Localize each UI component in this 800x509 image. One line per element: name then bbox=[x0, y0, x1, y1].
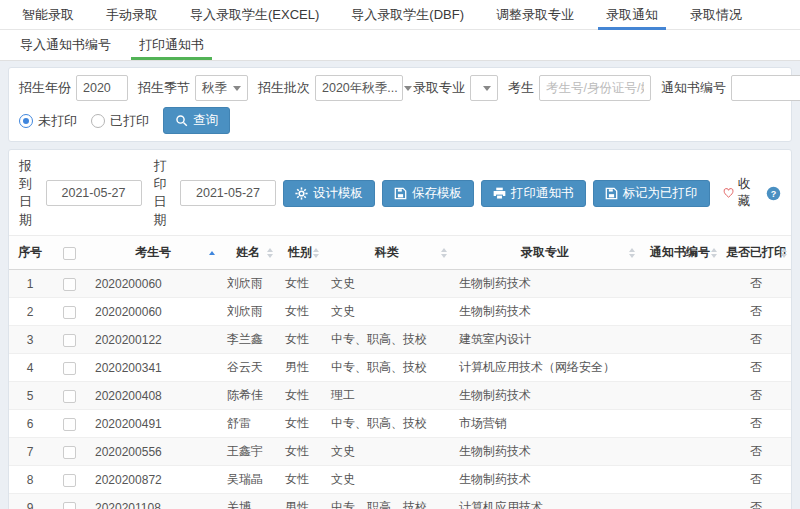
tab-smart-admission[interactable]: 智能录取 bbox=[6, 0, 90, 29]
season-select[interactable]: 秋季 bbox=[195, 75, 248, 101]
tab-import-excel[interactable]: 导入录取学生(EXCEL) bbox=[174, 0, 335, 29]
gear-icon bbox=[295, 187, 308, 200]
row-index: 2 bbox=[27, 305, 34, 319]
table-row: 9 2020201108 关博 男性 中专、职高、技校 计算机应用技术 否 bbox=[9, 494, 791, 509]
row-checkbox[interactable] bbox=[63, 418, 76, 431]
printed-flag: 否 bbox=[750, 304, 762, 318]
report-date-input[interactable] bbox=[46, 180, 142, 206]
year-input[interactable] bbox=[76, 75, 128, 101]
candidate-category: 文史 bbox=[331, 444, 355, 458]
select-all-checkbox[interactable] bbox=[63, 247, 76, 260]
candidate-name: 吴瑞晶 bbox=[227, 472, 263, 486]
row-checkbox[interactable] bbox=[63, 334, 76, 347]
tab-admission-status[interactable]: 录取情况 bbox=[674, 0, 758, 29]
notice-number-label: 通知书编号 bbox=[661, 79, 726, 97]
candidate-gender: 女性 bbox=[285, 416, 309, 430]
candidate-id: 2020200122 bbox=[95, 333, 162, 347]
row-checkbox[interactable] bbox=[63, 362, 76, 375]
tab-import-dbf[interactable]: 导入录取学生(DBF) bbox=[335, 0, 480, 29]
print-date-input[interactable] bbox=[180, 180, 276, 206]
printed-flag: 否 bbox=[750, 360, 762, 374]
tab-adjust-major[interactable]: 调整录取专业 bbox=[480, 0, 590, 29]
search-button[interactable]: 查询 bbox=[163, 107, 230, 134]
candidate-name: 李兰鑫 bbox=[227, 332, 263, 346]
row-index: 4 bbox=[27, 361, 34, 375]
row-checkbox[interactable] bbox=[63, 474, 76, 487]
tab-manual-admission[interactable]: 手动录取 bbox=[90, 0, 174, 29]
candidate-gender: 女性 bbox=[285, 388, 309, 402]
save-template-button[interactable]: 保存模板 bbox=[382, 180, 474, 207]
candidate-input[interactable] bbox=[539, 75, 651, 101]
row-checkbox[interactable] bbox=[63, 306, 76, 319]
table-body: 1 2020200060 刘欣雨 女性 文史 生物制药技术 否 2 202020… bbox=[9, 270, 791, 509]
candidate-id: 2020200408 bbox=[95, 389, 162, 403]
candidate-id: 2020201108 bbox=[95, 501, 161, 509]
row-index: 1 bbox=[27, 277, 34, 291]
row-checkbox[interactable] bbox=[63, 390, 76, 403]
candidate-gender: 女性 bbox=[285, 276, 309, 290]
print-toolbar: 报到日期 打印日期 设计模板 保存模板 打印通知书 标记为已打印 收藏 ? bbox=[9, 150, 791, 235]
header-category[interactable]: 科类 bbox=[323, 236, 451, 270]
header-printed[interactable]: 是否已打印 bbox=[721, 236, 791, 270]
radio-unprinted[interactable]: 未打印 bbox=[19, 112, 77, 130]
subtab-import-notice-number[interactable]: 导入通知书编号 bbox=[6, 30, 125, 60]
floppy-icon bbox=[394, 187, 407, 200]
svg-text:?: ? bbox=[771, 188, 777, 198]
design-template-button[interactable]: 设计模板 bbox=[283, 180, 375, 207]
admitted-major: 建筑室内设计 bbox=[459, 332, 531, 346]
sort-icon bbox=[629, 248, 635, 258]
candidate-name: 陈希佳 bbox=[227, 388, 263, 402]
admitted-major: 生物制药技术 bbox=[459, 472, 531, 486]
row-checkbox[interactable] bbox=[63, 446, 76, 459]
candidate-category: 文史 bbox=[331, 472, 355, 486]
sort-icon bbox=[441, 248, 447, 258]
header-name[interactable]: 姓名 bbox=[219, 236, 277, 270]
table-row: 7 2020200556 王鑫宇 女性 文史 生物制药技术 否 bbox=[9, 438, 791, 466]
candidate-id: 2020200872 bbox=[95, 473, 162, 487]
main-tab-bar: 智能录取 手动录取 导入录取学生(EXCEL) 导入录取学生(DBF) 调整录取… bbox=[0, 0, 800, 30]
row-index: 7 bbox=[27, 445, 34, 459]
candidate-gender: 女性 bbox=[285, 444, 309, 458]
radio-dot-icon bbox=[19, 114, 33, 128]
favorite-button[interactable]: 收藏 bbox=[723, 176, 756, 210]
candidate-category: 理工 bbox=[331, 388, 355, 402]
major-label: 录取专业 bbox=[413, 79, 465, 97]
header-index: 序号 bbox=[9, 236, 51, 270]
batch-label: 招生批次 bbox=[258, 79, 310, 97]
candidate-name: 舒雷 bbox=[227, 416, 251, 430]
candidate-category: 中专、职高、技校 bbox=[331, 416, 427, 430]
sort-icon bbox=[267, 248, 273, 258]
header-select-all[interactable] bbox=[51, 236, 87, 270]
search-icon bbox=[175, 114, 188, 127]
major-select[interactable] bbox=[470, 75, 498, 101]
candidate-name: 关博 bbox=[227, 500, 251, 509]
candidate-id: 2020200556 bbox=[95, 445, 162, 459]
sort-icon bbox=[711, 248, 717, 258]
row-index: 5 bbox=[27, 389, 34, 403]
header-major[interactable]: 录取专业 bbox=[451, 236, 639, 270]
admitted-major: 生物制药技术 bbox=[459, 276, 531, 290]
admitted-major: 生物制药技术 bbox=[459, 444, 531, 458]
row-checkbox[interactable] bbox=[63, 502, 76, 509]
subtab-print-notice[interactable]: 打印通知书 bbox=[125, 30, 218, 60]
radio-printed[interactable]: 已打印 bbox=[91, 112, 149, 130]
admitted-major: 生物制药技术 bbox=[459, 388, 531, 402]
notice-number-input[interactable] bbox=[731, 75, 800, 101]
print-notice-button[interactable]: 打印通知书 bbox=[481, 180, 586, 207]
mark-printed-button[interactable]: 标记为已打印 bbox=[593, 180, 710, 207]
candidate-name: 谷云天 bbox=[227, 360, 263, 374]
header-gender[interactable]: 性别 bbox=[277, 236, 323, 270]
header-notice-number[interactable]: 通知书编号 bbox=[639, 236, 721, 270]
table-row: 6 2020200491 舒雷 女性 中专、职高、技校 市场营销 否 bbox=[9, 410, 791, 438]
printed-flag: 否 bbox=[750, 500, 762, 509]
floppy-icon bbox=[605, 187, 618, 200]
table-row: 8 2020200872 吴瑞晶 女性 文史 生物制药技术 否 bbox=[9, 466, 791, 494]
tab-admission-notice[interactable]: 录取通知 bbox=[590, 0, 674, 29]
sort-icon bbox=[781, 248, 787, 258]
help-button[interactable]: ? bbox=[766, 186, 781, 201]
row-checkbox[interactable] bbox=[63, 278, 76, 291]
table-row: 1 2020200060 刘欣雨 女性 文史 生物制药技术 否 bbox=[9, 270, 791, 298]
batch-select[interactable]: 2020年秋季... bbox=[315, 75, 403, 101]
header-candidate-id[interactable]: 考生号 bbox=[87, 236, 219, 270]
candidate-category: 文史 bbox=[331, 276, 355, 290]
